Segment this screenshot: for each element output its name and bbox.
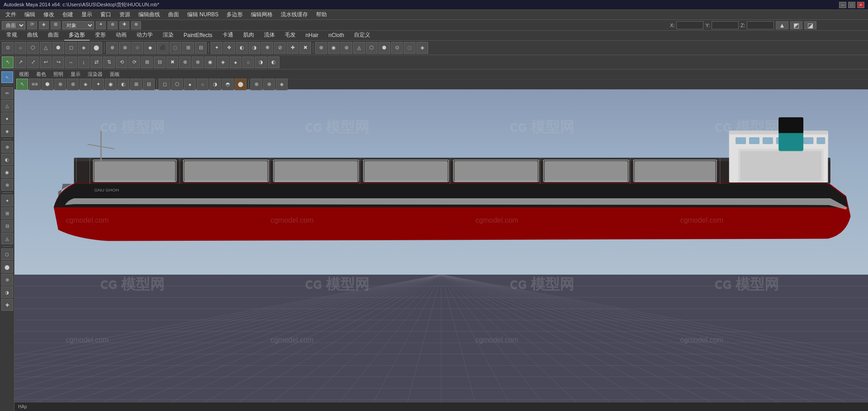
vp-menu-shading[interactable]: 着色: [33, 71, 49, 78]
menu-item-曲面[interactable]: 曲面: [165, 10, 183, 19]
toolbar2-btn-8[interactable]: ⇅: [103, 56, 115, 68]
left-btn-16[interactable]: ◑: [1, 286, 13, 298]
cat-tab-nCloth[interactable]: nCloth: [324, 31, 349, 40]
vp-btn4[interactable]: ⊗: [67, 79, 79, 90]
menu-item-编辑曲线[interactable]: 编辑曲线: [135, 10, 164, 19]
toolbar2-btn-1[interactable]: ↗: [14, 56, 26, 68]
menu-item-修改[interactable]: 修改: [40, 10, 58, 19]
cat-tab-动画[interactable]: 动画: [111, 30, 131, 41]
toolbar1-btn-6[interactable]: ◈: [78, 42, 90, 54]
toolbar1-btn-5[interactable]: ◻: [65, 42, 77, 54]
mode-tool-btn4[interactable]: ✦: [96, 21, 106, 29]
toolbar1-btn-14[interactable]: ⊞: [182, 42, 194, 54]
vp-btn18[interactable]: ⊕: [250, 79, 262, 90]
toolbar1-btn-23[interactable]: ✖: [299, 42, 311, 54]
toolbar1-btn-13[interactable]: ◌: [170, 42, 181, 54]
toolbar1-btn-26[interactable]: ⊛: [340, 42, 352, 54]
toolbar1-btn-25[interactable]: ◉: [328, 42, 340, 54]
cat-tab-曲线[interactable]: 曲线: [23, 30, 42, 41]
toolbar2-btn-9[interactable]: ⟲: [116, 56, 127, 68]
mode-tool-btn2[interactable]: ◈: [39, 21, 49, 29]
toolbar1-btn-30[interactable]: ⊙: [391, 42, 403, 54]
toolbar1-btn-1[interactable]: ○: [14, 42, 26, 54]
vp-btn14[interactable]: ○: [197, 79, 208, 90]
close-button[interactable]: ✕: [857, 2, 864, 8]
cat-tab-动力学[interactable]: 动力学: [132, 30, 157, 41]
vp-menu-renderer[interactable]: 渲染器: [85, 71, 105, 78]
toolbar1-btn-27[interactable]: ◬: [353, 42, 365, 54]
vp-btn3[interactable]: ⊕: [54, 79, 66, 90]
vp-menu-view[interactable]: 视图: [16, 71, 32, 78]
toolbar1-btn-19[interactable]: ◑: [249, 42, 260, 54]
mode-tool-btn3[interactable]: ⊞: [51, 21, 61, 29]
cat-tab-卡通[interactable]: 卡通: [218, 30, 238, 41]
cat-tab-多边形[interactable]: 多边形: [64, 30, 90, 41]
toolbar2-btn-18[interactable]: ●: [230, 56, 241, 68]
toolbar2-btn-2[interactable]: ⤢: [27, 56, 39, 68]
mode-tool-btn6[interactable]: ✚: [119, 21, 129, 29]
left-btn-3[interactable]: ●: [1, 112, 13, 124]
toolbar1-btn-8[interactable]: ⊕: [106, 42, 118, 54]
left-btn-12[interactable]: ◬: [1, 233, 13, 244]
left-btn-6[interactable]: ◐: [1, 154, 13, 165]
cat-tab-变形[interactable]: 变形: [90, 30, 110, 41]
object-dropdown[interactable]: 对象: [62, 21, 94, 29]
cat-tab-流体[interactable]: 流体: [259, 30, 279, 41]
toolbar2-btn-11[interactable]: ⊞: [141, 56, 153, 68]
mode-dropdown[interactable]: 曲面: [2, 21, 25, 29]
toolbar1-btn-7[interactable]: ⬤: [90, 42, 102, 54]
toolbar1-btn-4[interactable]: ⬢: [52, 42, 64, 54]
cat-tab-常规[interactable]: 常规: [2, 30, 22, 41]
toolbar1-btn-29[interactable]: ⬢: [378, 42, 390, 54]
menu-item-编辑[interactable]: 编辑: [21, 10, 39, 19]
toolbar1-btn-11[interactable]: ◆: [144, 42, 156, 54]
cat-tab-毛发[interactable]: 毛发: [280, 30, 300, 41]
cat-tab-nHair[interactable]: nHair: [301, 31, 323, 40]
y-input[interactable]: [712, 21, 739, 29]
vp-btn5[interactable]: ◈: [80, 79, 91, 90]
menu-item-显示[interactable]: 显示: [78, 10, 96, 19]
vp-btn9[interactable]: ⊞: [130, 79, 142, 90]
menu-item-创建[interactable]: 创建: [59, 10, 77, 19]
toolbar1-btn-24[interactable]: ⊕: [315, 42, 327, 54]
toolbar2-btn-15[interactable]: ⊗: [192, 56, 203, 68]
menu-item-编辑 NURBS[interactable]: 编辑 NURBS: [184, 10, 222, 19]
vp-btn2[interactable]: ⬢: [42, 79, 53, 90]
vp-btn1[interactable]: ⊞⊞: [29, 79, 41, 90]
vp-menu-panel[interactable]: 面板: [107, 71, 123, 78]
toolbar1-btn-12[interactable]: ⬛: [157, 42, 169, 54]
toolbar1-btn-0[interactable]: ⊙: [2, 42, 14, 54]
vp-btn17[interactable]: ⬤: [235, 79, 246, 90]
vp-menu-lighting[interactable]: 照明: [51, 71, 66, 78]
vp-btn19[interactable]: ⊗: [263, 79, 275, 90]
menu-item-编辑网格[interactable]: 编辑网格: [247, 10, 276, 19]
maximize-button[interactable]: □: [848, 2, 855, 8]
toolbar2-btn-0[interactable]: ↖: [2, 56, 14, 68]
toolbar1-btn-17[interactable]: ❖: [223, 42, 235, 54]
toolbar2-btn-13[interactable]: ✖: [166, 56, 178, 68]
menu-item-多边形[interactable]: 多边形: [223, 10, 246, 19]
toolbar2-btn-12[interactable]: ⊟: [154, 56, 165, 68]
toolbar2-btn-5[interactable]: ↔: [65, 56, 77, 68]
cat-tab-曲面[interactable]: 曲面: [43, 30, 63, 41]
vp-btn20[interactable]: ◈: [276, 79, 288, 90]
toolbar2-btn-3[interactable]: ↩: [40, 56, 52, 68]
main-viewport[interactable]: 视图 着色 照明 显示 渲染器 面板 ↖ ⊞⊞ ⬢ ⊕ ⊗ ◈ ✦ ◉ ◐ ⊞ …: [14, 70, 868, 411]
left-btn-14[interactable]: ⬤: [1, 261, 13, 273]
toolbar1-btn-2[interactable]: ⬡: [27, 42, 39, 54]
view-btn3[interactable]: ◪: [804, 21, 816, 29]
view-btn2[interactable]: ◩: [790, 21, 802, 29]
toolbar2-btn-7[interactable]: ⇄: [90, 56, 102, 68]
toolbar2-btn-16[interactable]: ◉: [204, 56, 216, 68]
z-input[interactable]: [747, 21, 774, 29]
toolbar2-btn-14[interactable]: ⊕: [179, 56, 191, 68]
toolbar1-btn-18[interactable]: ◐: [236, 42, 248, 54]
left-btn-13[interactable]: ⬡: [1, 248, 13, 260]
left-btn-17[interactable]: ✚: [1, 299, 13, 311]
toolbar1-btn-3[interactable]: △: [40, 42, 52, 54]
mode-tool-btn1[interactable]: ⟳: [27, 21, 37, 29]
vp-btn6[interactable]: ✦: [92, 79, 104, 90]
toolbar1-btn-15[interactable]: ⊟: [195, 42, 207, 54]
toolbar2-btn-19[interactable]: ○: [242, 56, 254, 68]
vp-select-tool[interactable]: ↖: [16, 79, 28, 90]
